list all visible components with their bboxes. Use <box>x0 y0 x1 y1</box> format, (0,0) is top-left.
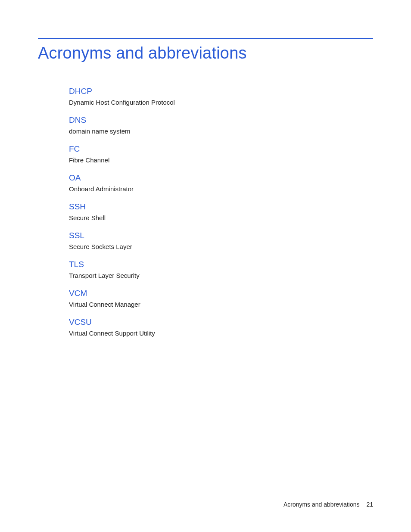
definition-description: Virtual Connect Manager <box>69 301 331 308</box>
definition-description: Transport Layer Security <box>69 272 331 279</box>
definition-description: Dynamic Host Configuration Protocol <box>69 99 331 106</box>
page-title: Acronyms and abbreviations <box>38 44 373 62</box>
definition-term: VCSU <box>69 317 331 327</box>
definition-description: Secure Shell <box>69 214 331 221</box>
definition-term: SSL <box>69 231 331 240</box>
definition-term: FC <box>69 144 331 154</box>
definition-term: VCM <box>69 289 331 298</box>
definition-description: Onboard Administrator <box>69 185 331 193</box>
definition-term: DNS <box>69 115 331 125</box>
document-page: Acronyms and abbreviations DHCP Dynamic … <box>0 0 411 532</box>
definition-entry: OA Onboard Administrator <box>69 173 331 193</box>
definition-description: Secure Sockets Layer <box>69 243 331 250</box>
page-footer: Acronyms and abbreviations 21 <box>283 501 373 508</box>
definition-list: DHCP Dynamic Host Configuration Protocol… <box>38 87 331 337</box>
definition-term: SSH <box>69 202 331 212</box>
definition-entry: DNS domain name system <box>69 115 331 135</box>
definition-entry: DHCP Dynamic Host Configuration Protocol <box>69 87 331 106</box>
definition-term: TLS <box>69 260 331 269</box>
definition-term: OA <box>69 173 331 183</box>
definition-description: Fibre Channel <box>69 156 331 164</box>
definition-entry: SSH Secure Shell <box>69 202 331 221</box>
page-number: 21 <box>366 501 373 508</box>
definition-entry: FC Fibre Channel <box>69 144 331 164</box>
definition-entry: SSL Secure Sockets Layer <box>69 231 331 250</box>
definition-entry: TLS Transport Layer Security <box>69 260 331 279</box>
definition-description: Virtual Connect Support Utility <box>69 330 331 337</box>
definition-entry: VCM Virtual Connect Manager <box>69 289 331 308</box>
definition-description: domain name system <box>69 128 331 135</box>
top-rule <box>38 38 373 39</box>
definition-term: DHCP <box>69 87 331 96</box>
footer-section-label: Acronyms and abbreviations <box>283 501 360 508</box>
definition-entry: VCSU Virtual Connect Support Utility <box>69 317 331 337</box>
